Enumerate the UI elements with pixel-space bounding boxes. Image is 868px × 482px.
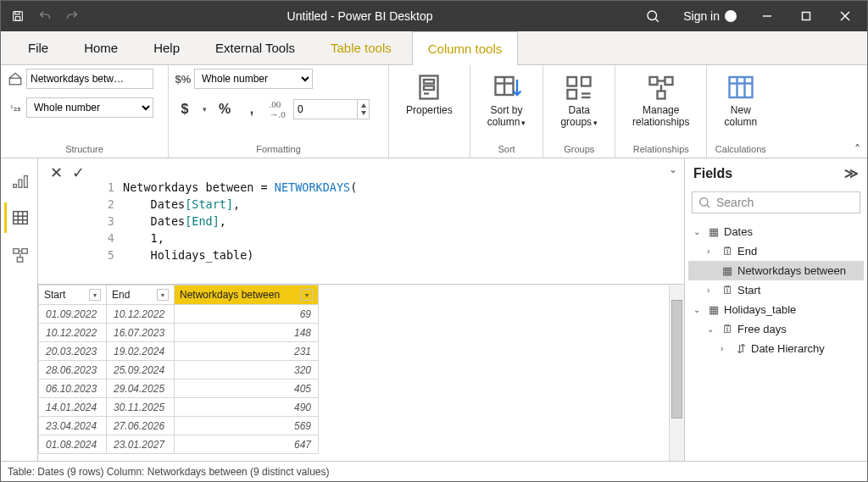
global-search-button[interactable] <box>636 1 670 31</box>
collapse-ribbon-button[interactable]: ˄ <box>854 142 860 156</box>
commit-formula-button[interactable]: ✓ <box>69 163 87 182</box>
group-label-formatting: Formatting <box>175 142 381 156</box>
table-row[interactable]: 14.01.202430.11.2025490 <box>39 398 319 417</box>
group-label-groups: Groups <box>550 142 608 156</box>
ribbon-group-formatting: $% Whole number $▾ % , .00→.0 <box>169 65 389 158</box>
chevron-down-icon: ▾ <box>521 119 526 127</box>
model-view-button[interactable] <box>4 240 35 270</box>
svg-rect-6 <box>803 13 810 20</box>
ribbon-group-relationships: Manage relationships Relationships <box>615 65 707 158</box>
decimal-places-input[interactable] <box>293 99 358 119</box>
sort-icon <box>492 72 522 102</box>
column-header-start[interactable]: Start▾ <box>39 285 107 305</box>
svg-rect-25 <box>665 77 672 85</box>
tree-table-dates[interactable]: ⌄▦Dates <box>688 222 864 241</box>
group-label-sort: Sort <box>477 142 537 156</box>
tree-field-networkdays[interactable]: ▦Networkdays between <box>688 261 864 280</box>
svg-rect-13 <box>424 80 434 84</box>
tab-home[interactable]: Home <box>69 31 133 64</box>
tree-table-holidays[interactable]: ⌄▦Holidays_table <box>688 300 864 319</box>
svg-rect-9 <box>9 78 21 85</box>
quick-access-toolbar <box>6 4 84 28</box>
percent-button[interactable]: % <box>215 102 234 117</box>
sort-by-column-button[interactable]: Sort by column▾ <box>477 69 537 132</box>
manage-relationships-button[interactable]: Manage relationships <box>622 69 699 131</box>
chevron-down-icon: ▾ <box>203 105 207 114</box>
collapse-fields-icon[interactable]: ≫ <box>844 165 859 181</box>
status-bar: Table: Dates (9 rows) Column: Networkday… <box>1 461 867 481</box>
data-grid[interactable]: Start▾ End▾ Networkdays between▾ 01.09.2… <box>38 285 669 461</box>
table-icon: ▦ <box>707 225 721 238</box>
table-row[interactable]: 28.06.202325.09.2024320 <box>39 361 319 380</box>
tab-file[interactable]: File <box>13 31 64 64</box>
new-column-button[interactable]: New column <box>714 69 767 131</box>
calc-column-icon: ▦ <box>721 264 734 277</box>
cancel-formula-button[interactable]: ✕ <box>47 163 65 182</box>
group-label-structure: Structure <box>8 142 161 156</box>
redo-button[interactable] <box>60 4 84 28</box>
table-row[interactable]: 20.03.202319.02.2024231 <box>39 342 319 361</box>
tree-date-hierarchy[interactable]: ›⇵Date Hierarchy <box>688 339 864 358</box>
tab-external-tools[interactable]: External Tools <box>200 31 310 64</box>
stepper-icon[interactable] <box>358 99 370 119</box>
vertical-scrollbar[interactable] <box>669 285 684 461</box>
tab-table-tools[interactable]: Table tools <box>315 31 407 64</box>
svg-rect-2 <box>15 17 19 21</box>
filter-dropdown-icon[interactable]: ▾ <box>157 289 169 301</box>
tab-help[interactable]: Help <box>138 31 195 64</box>
currency-button[interactable]: $ <box>175 102 194 117</box>
svg-rect-24 <box>649 77 657 85</box>
column-header-end[interactable]: End▾ <box>107 285 175 305</box>
name-tag-icon <box>8 71 23 86</box>
view-rail <box>1 158 38 461</box>
expand-chevron-icon: ⌄ <box>707 324 717 334</box>
tree-field-end[interactable]: ›🗓End <box>688 241 864 261</box>
svg-point-46 <box>700 198 708 206</box>
table-row[interactable]: 01.08.202423.01.2027647 <box>39 435 319 454</box>
calendar-icon: 🗓 <box>721 245 734 258</box>
minimize-button[interactable] <box>750 1 784 31</box>
close-button[interactable] <box>828 1 862 31</box>
ribbon: ¹₂₃ Whole number Structure $% Whole numb… <box>1 65 867 158</box>
data-groups-button[interactable]: Data groups▾ <box>550 69 608 132</box>
search-icon <box>698 196 711 209</box>
report-view-button[interactable] <box>4 165 35 196</box>
table-row[interactable]: 06.10.202329.04.2025405 <box>39 380 319 398</box>
calendar-icon: 🗓 <box>721 284 734 296</box>
filter-dropdown-icon[interactable]: ▾ <box>301 289 313 301</box>
data-view-button[interactable] <box>4 202 35 233</box>
table-icon <box>726 72 756 102</box>
properties-button[interactable]: Properties <box>396 69 463 119</box>
maximize-button[interactable] <box>789 1 823 31</box>
expand-formula-button[interactable]: ⌄ <box>662 158 684 175</box>
table-row[interactable]: 10.12.202216.07.2023148 <box>39 324 319 342</box>
data-type-select[interactable]: Whole number <box>26 97 153 118</box>
table-row[interactable]: 01.09.202210.12.202269 <box>39 305 319 324</box>
fields-tree: ⌄▦Dates ›🗓End ▦Networkdays between ›🗓Sta… <box>685 217 867 363</box>
table-row[interactable]: 23.04.202427.06.2026569 <box>39 417 319 435</box>
tree-field-start[interactable]: ›🗓Start <box>688 280 864 300</box>
undo-button[interactable] <box>33 4 57 28</box>
ribbon-group-groups: Data groups▾ Groups <box>543 65 615 158</box>
svg-rect-21 <box>568 90 577 99</box>
relationships-icon <box>646 72 676 102</box>
expand-chevron-icon: › <box>707 285 717 295</box>
ribbon-group-calculations: New column Calculations <box>707 65 774 158</box>
tab-column-tools[interactable]: Column tools <box>412 31 519 65</box>
sign-in-button[interactable]: Sign in <box>675 9 745 23</box>
thousands-button[interactable]: , <box>242 102 261 117</box>
svg-rect-35 <box>25 176 28 188</box>
filter-dropdown-icon[interactable]: ▾ <box>89 289 101 301</box>
save-button[interactable] <box>6 4 30 28</box>
tree-field-free-days[interactable]: ⌄🗓Free days <box>688 319 864 339</box>
formula-editor[interactable]: 1Networkdays between = NETWORKDAYS( 2 Da… <box>96 158 662 284</box>
column-name-input[interactable] <box>26 69 153 89</box>
column-header-networkdays[interactable]: Networkdays between▾ <box>175 285 319 305</box>
format-select[interactable]: Whole number <box>194 69 313 89</box>
svg-rect-43 <box>17 258 22 263</box>
properties-icon <box>414 72 444 102</box>
scrollbar-thumb[interactable] <box>671 300 682 418</box>
table-icon: ▦ <box>707 303 721 316</box>
decimal-shift-icon[interactable]: .00→.0 <box>270 102 285 117</box>
fields-search-input[interactable]: Search <box>692 191 860 213</box>
